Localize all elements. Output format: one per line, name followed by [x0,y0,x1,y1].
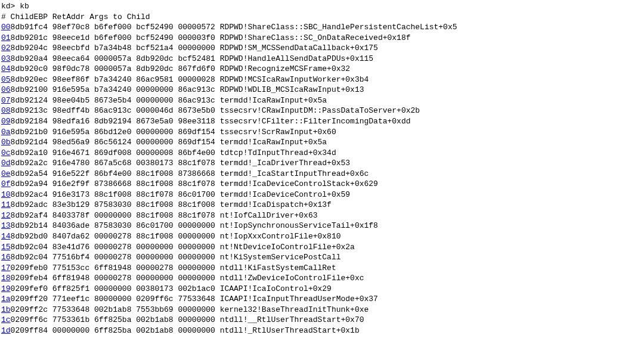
stack-frame-row: 03 8db920a4 98eeca64 0000057a 8db920dc b… [1,54,643,64]
frame-number-link[interactable]: 06 [1,85,11,95]
stack-frame-row: 19 0209fef0 6ff825f1 00000000 00380173 0… [1,284,643,294]
frame-number-link[interactable]: 19 [1,284,11,294]
frame-number-link[interactable]: 03 [1,54,11,64]
stack-frame-row: 15 8db92c04 83e41d76 00000278 00000000 0… [1,242,643,253]
frame-number-link[interactable]: 13 [1,221,11,231]
frame-number-link[interactable]: 04 [1,64,11,75]
stack-frame-row: 04 8db920c0 98f0dc78 0000057a 8db920dc 8… [1,64,643,75]
frame-detail: 8db92184 98edfa16 8db92194 8673e5a0 98ee… [11,116,411,127]
stack-frame-row: 12 8db92af4 8403378f 00000000 88c1f008 8… [1,210,643,221]
frame-detail: 8db921d4 98ed56a9 86c56124 00000000 869d… [11,137,327,148]
frame-number-link[interactable]: 0f [1,179,11,190]
frame-number-link[interactable]: 09 [1,116,11,127]
frame-detail: 8db92adc 83e3b129 87583030 88c1f008 88c1… [11,200,332,210]
frame-number-link[interactable]: 02 [1,43,11,54]
frame-detail: 8db92ac4 916e3173 88c1f008 88c1f078 86c0… [11,190,351,200]
frame-number-link[interactable]: 10 [1,190,11,200]
stack-frame-row: 0b 8db921d4 98ed56a9 86c56124 00000000 8… [1,137,643,148]
frame-detail: 8db92b14 84036ade 87583030 86c01700 0000… [11,221,378,231]
frame-detail: 8db92a94 916e2f9f 87386668 88c1f008 88c1… [11,179,378,190]
frame-number-link[interactable]: 17 [1,263,11,274]
frame-detail: 8db920ec 98eef86f b7a34240 86ac9581 0000… [11,75,369,85]
stack-frame-row: 07 8db92124 98ee04b5 8673e5b4 00000000 8… [1,95,643,106]
frame-detail: 0209ff6c 7753361b 6ff825ba 002b1ab8 0000… [11,315,364,326]
frame-number-link[interactable]: 05 [1,75,11,85]
frame-detail: 0209feb0 775153cc 6ff81948 00000278 0000… [11,263,336,274]
frame-detail: 8db91fc4 98ef70c8 b6fef000 bcf52490 0000… [11,22,457,33]
stack-frames-container: 00 8db91fc4 98ef70c8 b6fef000 bcf52490 0… [1,22,643,336]
frame-detail: 0209ff84 00000000 6ff825ba 002b1ab8 0000… [11,326,360,336]
stack-frame-row: 01 8db9201c 98eece1d b6fef000 bcf52490 0… [1,33,643,44]
frame-detail: 8db92c04 83e41d76 00000278 00000000 0000… [11,242,355,253]
stack-frame-row: 11 8db92adc 83e3b129 87583030 88c1f008 8… [1,200,643,210]
stack-frame-row: 18 0209feb4 6ff81948 00000278 00000000 0… [1,273,643,284]
stack-frame-row: 1a 0209ff20 771eef1c 80000000 0209ff6c 7… [1,294,643,305]
stack-frame-row: 09 8db92184 98edfa16 8db92194 8673e5a0 9… [1,116,643,127]
frame-detail: 8db920a4 98eeca64 0000057a 8db920dc bcf5… [11,54,374,64]
stack-frame-row: 0f 8db92a94 916e2f9f 87386668 88c1f008 8… [1,179,643,190]
frame-detail: 0209fef0 6ff825f1 00000000 00380173 002b… [11,284,332,294]
stack-frame-row: 00 8db91fc4 98ef70c8 b6fef000 bcf52490 0… [1,22,643,33]
stack-frame-row: 17 0209feb0 775153cc 6ff81948 00000278 0… [1,263,643,274]
stack-frame-row: 0c 8db92a10 916e4671 869df008 00000008 8… [1,148,643,159]
frame-detail: 8db92124 98ee04b5 8673e5b4 00000000 86ac… [11,95,327,106]
stack-frame-row: 05 8db920ec 98eef86f b7a34240 86ac9581 0… [1,75,643,85]
frame-detail: 8db92a10 916e4671 869df008 00000008 86bf… [11,148,336,159]
stack-frame-row: 0e 8db92a54 916e522f 86bf4e00 88c1f008 8… [1,169,643,179]
frame-number-link[interactable]: 0a [1,127,11,138]
frame-number-link[interactable]: 00 [1,22,11,33]
frame-number-link[interactable]: 0d [1,158,11,169]
frame-number-link[interactable]: 1d [1,326,11,336]
stack-frame-row: 1d 0209ff84 00000000 6ff825ba 002b1ab8 0… [1,326,643,336]
frame-number-link[interactable]: 07 [1,95,11,106]
frame-detail: 8db9204c 98eecbfd b7a34b48 bcf521a4 0000… [11,43,378,54]
frame-number-link[interactable]: 16 [1,252,11,263]
frame-number-link[interactable]: 18 [1,273,11,284]
frame-number-link[interactable]: 1c [1,315,11,326]
frame-detail: 0209feb4 6ff81948 00000278 00000000 0000… [11,273,364,284]
frame-detail: 8db92bd0 8407da62 00000278 88c1f008 0000… [11,231,341,242]
frame-number-link[interactable]: 0c [1,148,11,159]
frame-detail: 0209ff2c 77533648 002b1ab8 7553bb69 0000… [11,305,369,315]
stack-frame-row: 16 8db92c04 77516bf4 00000278 00000000 0… [1,252,643,263]
frame-number-link[interactable]: 08 [1,106,11,116]
stack-frame-row: 02 8db9204c 98eecbfd b7a34b48 bcf521a4 0… [1,43,643,54]
stack-frame-row: 10 8db92ac4 916e3173 88c1f008 88c1f078 8… [1,190,643,200]
frame-number-link[interactable]: 0e [1,169,11,179]
frame-detail: 8db92af4 8403378f 00000000 88c1f008 88c1… [11,210,318,221]
frame-number-link[interactable]: 1a [1,294,11,305]
frame-detail: 8db9213c 98edff4b 86ac913c 0000046d 8673… [11,106,420,116]
frame-detail: 8db9201c 98eece1d b6fef000 bcf52490 0000… [11,33,411,44]
frame-detail: 8db920c0 98f0dc78 0000057a 8db920dc 867f… [11,64,351,75]
stack-frame-row: 1b 0209ff2c 77533648 002b1ab8 7553bb69 0… [1,305,643,315]
frame-number-link[interactable]: 12 [1,210,11,221]
frame-detail: 0209ff20 771eef1c 80000000 0209ff6c 7753… [11,294,378,305]
frame-number-link[interactable]: 1b [1,305,11,315]
frame-number-link[interactable]: 01 [1,33,11,44]
stack-frame-row: 0a 8db921b0 916e595a 86bd12e0 00000000 8… [1,127,643,138]
stack-frame-row: 1c 0209ff6c 7753361b 6ff825ba 002b1ab8 0… [1,315,643,326]
stack-header: # ChildEBP RetAddr Args to Child [1,12,643,23]
frame-detail: 8db921b0 916e595a 86bd12e0 00000000 869d… [11,127,336,138]
frame-detail: 8db92a2c 916e4780 867a5c68 00380173 88c1… [11,158,351,169]
frame-detail: 8db92a54 916e522f 86bf4e00 88c1f008 8738… [11,169,369,179]
frame-detail: 8db92100 916e595a b7a34240 00000000 86ac… [11,85,364,95]
debugger-prompt: kd> kb [1,1,643,12]
frame-number-link[interactable]: 11 [1,200,11,210]
frame-detail: 8db92c04 77516bf4 00000278 00000000 0000… [11,252,341,263]
frame-number-link[interactable]: 0b [1,137,11,148]
stack-frame-row: 06 8db92100 916e595a b7a34240 00000000 8… [1,85,643,95]
frame-number-link[interactable]: 15 [1,242,11,253]
frame-number-link[interactable]: 14 [1,231,11,242]
stack-frame-row: 08 8db9213c 98edff4b 86ac913c 0000046d 8… [1,106,643,116]
stack-frame-row: 13 8db92b14 84036ade 87583030 86c01700 0… [1,221,643,231]
stack-frame-row: 14 8db92bd0 8407da62 00000278 88c1f008 0… [1,231,643,242]
stack-frame-row: 0d 8db92a2c 916e4780 867a5c68 00380173 8… [1,158,643,169]
